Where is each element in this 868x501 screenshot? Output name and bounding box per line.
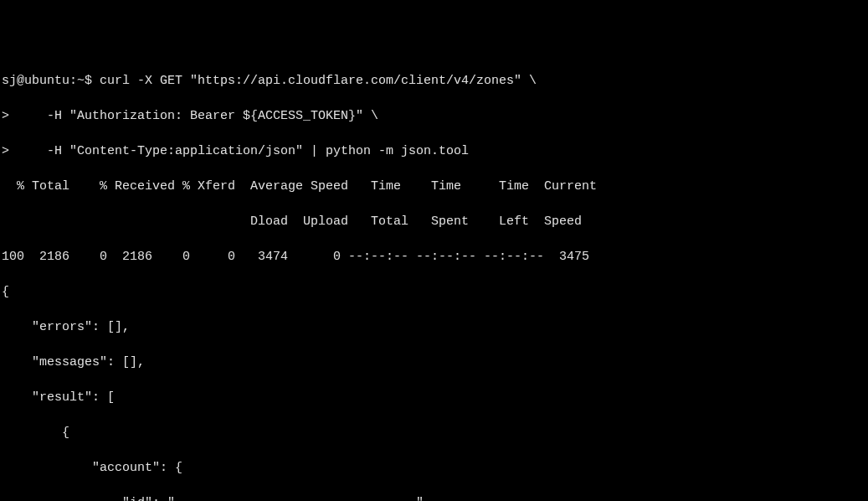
json-result-item-open: { <box>2 424 866 442</box>
terminal-command-line-1: sj@ubuntu:~$ curl -X GET "https://api.cl… <box>2 72 866 90</box>
terminal-command-line-2: > -H "Authorization: Bearer ${ACCESS_TOK… <box>2 107 866 125</box>
curl-progress-header-2: Dload Upload Total Spent Left Speed <box>2 213 866 230</box>
json-account-open: "account": { <box>2 459 866 477</box>
json-messages: "messages": [], <box>2 354 866 371</box>
json-open-brace: { <box>2 283 866 301</box>
terminal-continuation-1: > -H "Authorization: Bearer ${ACCESS_TOK… <box>2 109 378 123</box>
terminal-prompt-and-command: sj@ubuntu:~$ curl -X GET "https://api.cl… <box>2 74 537 88</box>
curl-progress-header-1: % Total % Received % Xferd Average Speed… <box>2 178 866 195</box>
json-account-id: "id": " ", <box>2 494 866 501</box>
curl-progress-data: 100 2186 0 2186 0 0 3474 0 --:--:-- --:-… <box>2 248 866 266</box>
json-result-open: "result": [ <box>2 389 866 406</box>
terminal-continuation-2: > -H "Content-Type:application/json" | p… <box>2 144 469 158</box>
json-errors: "errors": [], <box>2 318 866 336</box>
terminal-command-line-3: > -H "Content-Type:application/json" | p… <box>2 142 866 160</box>
